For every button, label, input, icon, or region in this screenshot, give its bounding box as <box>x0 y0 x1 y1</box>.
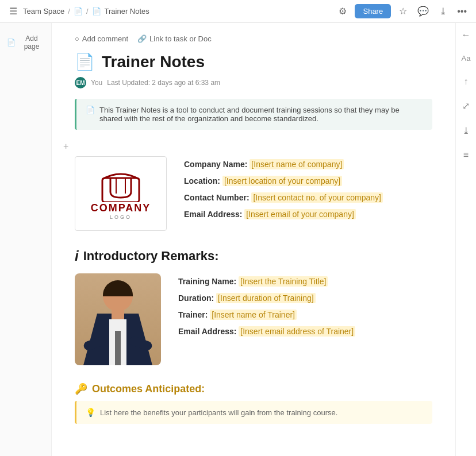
company-name-field: Company Name: [Insert name of company] <box>184 159 383 171</box>
link-icon: 🔗 <box>137 34 147 43</box>
comment-icon-button[interactable]: 💬 <box>415 3 431 19</box>
settings-icon-button[interactable]: ⚙ <box>336 3 349 19</box>
outcomes-heading-text: Outcomes Anticipated: <box>92 383 205 395</box>
team-space-link[interactable]: Team Space <box>23 7 64 16</box>
company-details: Company Name: [Insert name of company] L… <box>184 156 383 225</box>
text-size-button[interactable]: Aa <box>459 52 473 65</box>
training-name-value[interactable]: [Insert the Training Title] <box>239 276 328 287</box>
duration-label: Duration: <box>178 293 214 303</box>
breadcrumb-sep2: / <box>86 7 89 16</box>
comment-icon: ○ <box>75 34 79 43</box>
trainer-name-label: Trainer: <box>178 310 208 319</box>
add-page-button[interactable]: 📄 Add page <box>5 32 47 53</box>
outcomes-icon: 🔑 <box>75 382 87 395</box>
trainer-email-label: Email Address: <box>178 327 236 336</box>
breadcrumb-doc-icon: 📄 <box>74 7 83 16</box>
add-comment-link[interactable]: ○ Add comment <box>75 34 128 43</box>
company-logo-text: COMPANY <box>91 202 151 214</box>
info-box-text: This Trainer Notes is a tool to conduct … <box>99 106 423 123</box>
trainer-section: Training Name: [Insert the Training Titl… <box>75 273 432 365</box>
page-title-row: 📄 Trainer Notes <box>75 52 432 71</box>
info-doc-icon: 📄 <box>86 106 95 114</box>
actions-bar: ○ Add comment 🔗 Link to task or Doc <box>75 34 432 43</box>
add-page-label: Add page <box>19 34 44 51</box>
download-toolbar-button[interactable]: ⤓ <box>460 123 472 138</box>
company-location-field: Location: [Insert location of your compa… <box>184 175 383 187</box>
topbar-right: ⚙ Share ☆ 💬 ⤓ ••• <box>336 3 469 19</box>
company-logo-sub: LOGO <box>110 214 132 220</box>
company-section: COMPANY LOGO Company Name: [Insert name … <box>75 156 432 231</box>
avatar: EM <box>75 77 86 88</box>
trainer-photo <box>75 273 161 365</box>
company-name-value[interactable]: [Insert name of company] <box>249 159 344 169</box>
sidebar: 📄 Add page <box>0 23 52 456</box>
plus-row[interactable]: + <box>63 141 432 152</box>
company-contact-value[interactable]: [Insert contact no. of your company] <box>251 192 383 203</box>
training-name-label: Training Name: <box>178 277 236 286</box>
outcomes-heading: 🔑 Outcomes Anticipated: <box>75 382 432 395</box>
intro-icon: i <box>75 248 79 264</box>
list-view-button[interactable]: ≡ <box>461 148 471 163</box>
company-email-field: Email Address: [Insert email of your com… <box>184 208 383 221</box>
intro-heading: i Introductory Remarks: <box>75 248 432 264</box>
trainer-name-field: Trainer: [Insert name of Trainer] <box>178 309 355 321</box>
link-task-link[interactable]: 🔗 Link to task or Doc <box>137 34 212 43</box>
training-name-field: Training Name: [Insert the Training Titl… <box>178 276 355 288</box>
share-toolbar-button[interactable]: ↑ <box>462 74 471 89</box>
last-updated: Last Updated: 2 days ago at 6:33 am <box>107 79 220 87</box>
intro-heading-text: Introductory Remarks: <box>83 249 219 264</box>
author-name: You <box>91 79 102 87</box>
right-toolbar: ← Aa ↑ ⤢ ⤓ ≡ <box>455 23 476 456</box>
company-location-label: Location: <box>184 176 220 186</box>
svg-rect-0 <box>102 178 139 202</box>
topbar: ☰ Team Space / 📄 / 📄 Trainer Notes ⚙ Sha… <box>0 0 476 23</box>
company-email-value[interactable]: [Insert email of your company] <box>244 209 356 219</box>
trainer-name-value[interactable]: [Insert name of Trainer] <box>210 310 297 320</box>
info-box: 📄 This Trainer Notes is a tool to conduc… <box>75 99 432 130</box>
company-email-label: Email Address: <box>184 210 242 219</box>
author-line: EM You Last Updated: 2 days ago at 6:33 … <box>75 77 432 88</box>
more-options-button[interactable]: ••• <box>455 4 469 19</box>
company-location-value[interactable]: [Insert location of your company] <box>222 176 342 186</box>
duration-value[interactable]: [Insert duration of Training] <box>216 293 316 303</box>
star-icon-button[interactable]: ☆ <box>397 3 409 19</box>
page-doc-icon: 📄 <box>75 52 95 71</box>
outcomes-box: 💡 List here the benefits your participan… <box>75 401 432 424</box>
share-button[interactable]: Share <box>355 4 391 18</box>
outcomes-placeholder[interactable]: List here the benefits your participants… <box>100 408 337 417</box>
add-comment-label: Add comment <box>82 34 128 43</box>
sidebar-toggle-button[interactable]: ☰ <box>7 3 20 19</box>
page-breadcrumb-name: Trainer Notes <box>105 7 149 16</box>
duration-field: Duration: [Insert duration of Training] <box>178 292 355 304</box>
company-contact-label: Contact Number: <box>184 193 249 202</box>
export-icon-button[interactable]: ⤓ <box>437 3 449 19</box>
company-contact-field: Contact Number: [Insert contact no. of y… <box>184 192 383 204</box>
page-title: Trainer Notes <box>102 53 205 71</box>
link-task-label: Link to task or Doc <box>149 34 212 43</box>
lightbulb-icon: 💡 <box>86 408 95 417</box>
main-layout: 📄 Add page ○ Add comment 🔗 Link to task … <box>0 23 476 456</box>
breadcrumb: ☰ Team Space / 📄 / 📄 Trainer Notes <box>7 3 149 19</box>
breadcrumb-doc-icon2: 📄 <box>92 7 101 16</box>
back-arrow-button[interactable]: ← <box>459 28 473 42</box>
company-logo-svg <box>98 168 144 202</box>
expand-button[interactable]: ⤢ <box>460 98 472 114</box>
trainer-email-value[interactable]: [Insert email address of Trainer] <box>239 326 355 337</box>
company-name-label: Company Name: <box>184 160 247 169</box>
add-page-icon: 📄 <box>7 38 16 47</box>
trainer-details: Training Name: [Insert the Training Titl… <box>178 273 355 342</box>
breadcrumb-sep1: / <box>68 7 70 16</box>
company-logo-box: COMPANY LOGO <box>75 156 167 231</box>
trainer-email-field: Email Address: [Insert email address of … <box>178 326 355 338</box>
content-area: ○ Add comment 🔗 Link to task or Doc 📄 Tr… <box>52 23 455 456</box>
